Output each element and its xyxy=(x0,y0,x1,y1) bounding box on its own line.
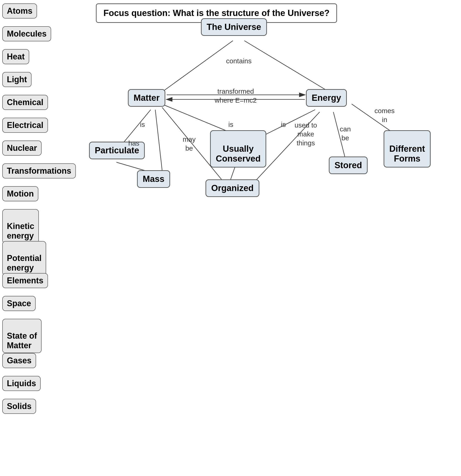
link-comes-in: comesin xyxy=(374,106,395,124)
node-matter[interactable]: Matter xyxy=(128,89,165,107)
sidebar-item-space[interactable]: Space xyxy=(2,296,36,311)
sidebar-item-motion[interactable]: Motion xyxy=(2,186,38,201)
link-is-1: is xyxy=(140,121,145,128)
node-universe[interactable]: The Universe xyxy=(201,18,267,36)
link-is-3: is xyxy=(281,121,286,128)
sidebar-item-gases[interactable]: Gases xyxy=(2,353,36,368)
sidebar-item-atoms[interactable]: Atoms xyxy=(2,3,37,18)
sidebar-item-chemical[interactable]: Chemical xyxy=(2,95,48,110)
svg-line-9 xyxy=(155,110,162,170)
link-has: has xyxy=(128,139,139,147)
svg-line-4 xyxy=(165,41,233,90)
sidebar-item-electrical[interactable]: Electrical xyxy=(2,118,48,133)
node-mass[interactable]: Mass xyxy=(137,170,170,188)
sidebar-item-heat[interactable]: Heat xyxy=(2,49,29,64)
node-stored[interactable]: Stored xyxy=(329,157,368,174)
link-transformed: transformedwhere E=mc2 xyxy=(215,87,257,105)
node-usually-conserved[interactable]: UsuallyConserved xyxy=(210,130,266,168)
node-different-forms[interactable]: DifferentForms xyxy=(384,130,431,168)
svg-line-16 xyxy=(116,162,146,171)
node-energy[interactable]: Energy xyxy=(306,89,347,107)
svg-line-5 xyxy=(244,41,327,90)
link-can-be: canbe xyxy=(340,125,351,142)
link-used-to-make: used tomakethings xyxy=(295,121,317,147)
svg-line-10 xyxy=(165,105,230,133)
sidebar-item-light[interactable]: Light xyxy=(2,72,32,87)
sidebar-item-liquids[interactable]: Liquids xyxy=(2,376,41,391)
link-contains: contains xyxy=(226,57,252,65)
sidebar-item-molecules[interactable]: Molecules xyxy=(2,26,51,41)
sidebar-item-state-of-matter[interactable]: State ofMatter xyxy=(2,319,41,353)
sidebar-item-potential-energy[interactable]: Potentialenergy xyxy=(2,241,46,275)
sidebar-item-nuclear[interactable]: Nuclear xyxy=(2,141,41,156)
svg-line-8 xyxy=(123,110,151,143)
sidebar-item-kinetic-energy[interactable]: Kineticenergy xyxy=(2,209,39,243)
node-organized[interactable]: Organized xyxy=(206,179,259,197)
sidebar-item-solids[interactable]: Solids xyxy=(2,399,36,414)
sidebar-item-transformations[interactable]: Transformations xyxy=(2,163,76,178)
link-is-2: is xyxy=(228,121,233,128)
link-may-be: maybe xyxy=(183,135,196,153)
sidebar-item-elements[interactable]: Elements xyxy=(2,273,48,288)
